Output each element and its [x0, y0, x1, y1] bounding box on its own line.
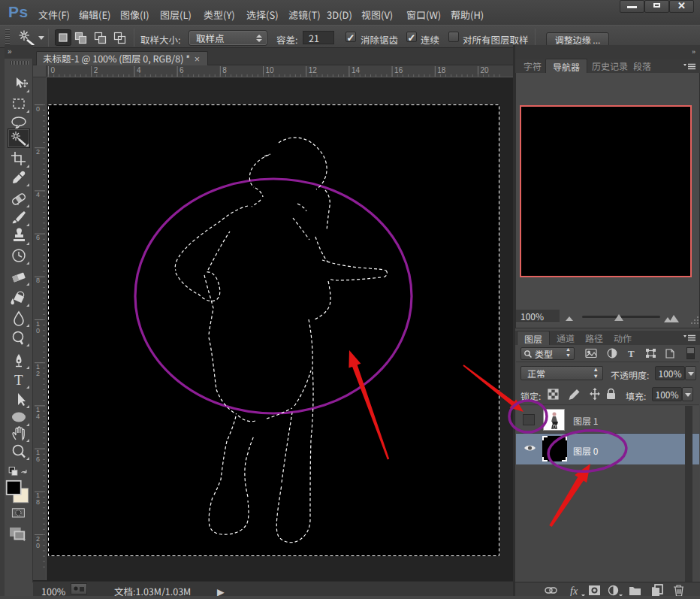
svg-text:0: 0 [36, 327, 40, 334]
svg-text:T: T [628, 348, 635, 359]
svg-text:8: 8 [222, 66, 227, 74]
svg-text:2: 2 [36, 370, 40, 377]
svg-text:12: 12 [309, 66, 318, 74]
svg-text:0: 0 [36, 105, 40, 113]
svg-text:4: 4 [36, 413, 40, 420]
svg-text:fx: fx [570, 585, 578, 597]
svg-text:10: 10 [266, 66, 275, 74]
svg-text:6: 6 [36, 234, 40, 241]
svg-text:2: 2 [94, 66, 98, 74]
svg-text:6: 6 [180, 66, 184, 74]
svg-text:4: 4 [137, 66, 141, 74]
svg-text:20: 20 [481, 66, 490, 74]
svg-text:T: T [14, 372, 23, 388]
svg-text:6: 6 [36, 455, 40, 463]
svg-text:16: 16 [394, 66, 403, 74]
svg-text:2: 2 [36, 148, 40, 156]
svg-text:8: 8 [36, 277, 40, 284]
svg-text:14: 14 [352, 66, 361, 74]
svg-text:0: 0 [51, 66, 56, 74]
svg-text:8: 8 [36, 498, 40, 506]
svg-text:4: 4 [36, 191, 40, 198]
svg-text:0: 0 [36, 542, 40, 549]
svg-text:18: 18 [437, 66, 446, 74]
